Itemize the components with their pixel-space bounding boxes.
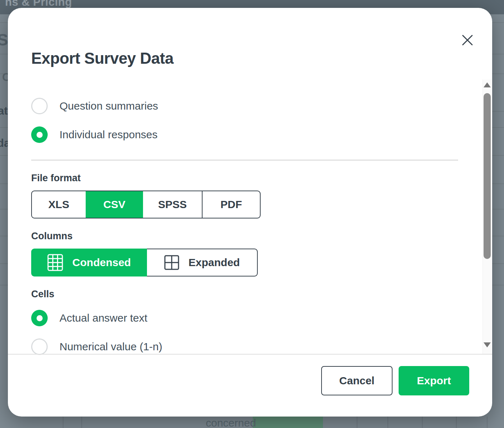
screen: ns & Pricing SU C at da concerned Export… [0, 0, 504, 428]
background-column-line [422, 417, 423, 428]
columns-option-condensed[interactable]: Condensed [31, 249, 147, 276]
background-column-line [456, 417, 457, 428]
radio-off-icon[interactable] [31, 98, 48, 114]
background-nav-text: ns & Pricing [5, 0, 72, 9]
file-format-option-spss[interactable]: SPSS [143, 191, 203, 218]
columns-option-expanded[interactable]: Expanded [147, 249, 258, 276]
dialog-title: Export Survey Data [31, 49, 173, 67]
dialog-scrollbar-thumb[interactable] [484, 93, 491, 259]
background-text-fragment: at [0, 105, 8, 117]
background-highlighted-table-cell [253, 417, 323, 428]
cells-label: Cells [31, 289, 54, 300]
radio-label: Actual answer text [60, 312, 147, 324]
export-survey-data-dialog: Export Survey Data Question summaries In… [8, 8, 492, 417]
expanded-grid-icon [164, 255, 179, 270]
radio-individual-responses[interactable]: Individual responses [31, 126, 158, 143]
section-divider [31, 160, 458, 160]
radio-actual-answer-text[interactable]: Actual answer text [31, 310, 147, 326]
file-format-option-pdf[interactable]: PDF [203, 191, 260, 218]
radio-numerical-value[interactable]: Numerical value (1-n) [31, 338, 162, 355]
file-format-segmented-control: XLS CSV SPSS PDF [31, 191, 261, 218]
footer-divider [8, 354, 492, 355]
columns-option-label: Expanded [189, 256, 240, 269]
radio-label: Individual responses [60, 129, 158, 141]
close-button[interactable] [457, 30, 477, 50]
background-table-cell-text: concerned [206, 417, 256, 428]
radio-label: Numerical value (1-n) [60, 341, 162, 353]
radio-off-icon[interactable] [31, 338, 48, 355]
close-icon [461, 34, 474, 46]
file-format-option-xls[interactable]: XLS [32, 191, 86, 218]
radio-question-summaries[interactable]: Question summaries [31, 98, 158, 114]
columns-toggle-control: Condensed Expanded [31, 249, 258, 276]
columns-label: Columns [31, 231, 73, 242]
condensed-grid-icon [47, 254, 63, 271]
file-format-option-csv[interactable]: CSV [86, 191, 143, 218]
background-column-line [81, 417, 82, 428]
cancel-button[interactable]: Cancel [321, 366, 393, 395]
background-column-line [357, 417, 357, 428]
radio-on-icon[interactable] [31, 126, 48, 143]
scrollbar-down-arrow-icon[interactable] [484, 342, 491, 347]
file-format-label: File format [31, 173, 81, 184]
radio-on-icon[interactable] [31, 310, 48, 326]
columns-option-label: Condensed [72, 256, 131, 269]
export-button[interactable]: Export [399, 366, 469, 395]
scrollbar-up-arrow-icon[interactable] [484, 82, 491, 87]
radio-label: Question summaries [60, 100, 158, 112]
background-column-line [387, 417, 388, 428]
background-column-line [63, 417, 63, 428]
background-column-line [487, 417, 488, 428]
